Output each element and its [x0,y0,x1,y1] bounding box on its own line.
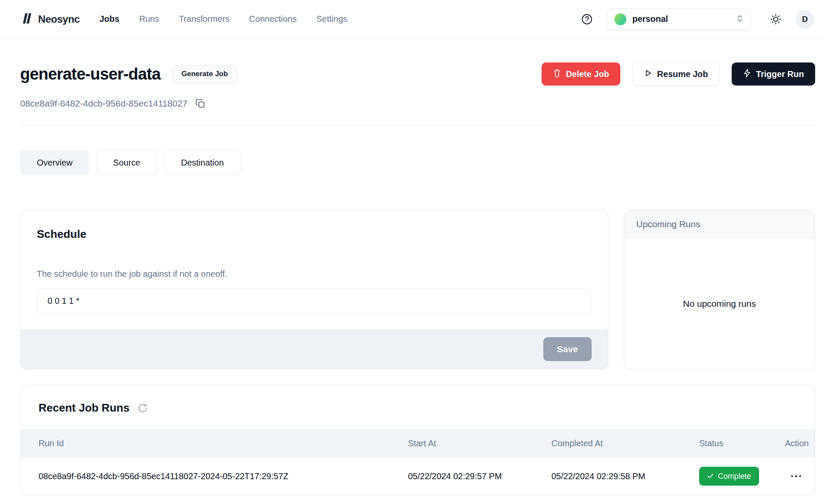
runs-table-header: Run Id Start At Completed At Status Acti… [21,429,815,457]
upcoming-runs-card: Upcoming Runs No upcoming runs [624,210,815,369]
refresh-icon[interactable] [137,403,148,414]
upcoming-runs-title: Upcoming Runs [624,210,815,238]
tab-destination[interactable]: Destination [164,150,241,175]
column-completed-at: Completed At [551,439,699,448]
page-header: generate-user-data Generate Job Delete J… [20,62,815,86]
table-row[interactable]: 08ce8a9f-6482-4dcb-956d-85ec14118027-202… [21,457,815,495]
recent-job-runs-title: Recent Job Runs [39,401,129,415]
recent-job-runs-header: Recent Job Runs [21,385,815,429]
help-icon[interactable] [581,13,593,26]
theme-toggle-sun-icon[interactable] [770,13,782,25]
schedule-description: The schedule to run the job against if n… [37,269,592,279]
top-navigation-bar: Neosync Jobs Runs Transformers Connectio… [0,0,822,39]
job-id: 08ce8a9f-6482-4dcb-956d-85ec14118027 [20,98,188,109]
copy-icon[interactable] [195,98,206,109]
neosync-logo-icon [20,12,33,27]
header-actions: Delete Job Resume Job Trigger Run [542,62,815,86]
delete-job-button[interactable]: Delete Job [542,62,620,86]
column-action: Action [768,439,809,448]
brand-name: Neosync [38,13,80,25]
chevron-up-down-icon [736,14,744,25]
tab-overview[interactable]: Overview [20,150,89,175]
run-id-cell[interactable]: 08ce8a9f-6482-4dcb-956d-85ec14118027-202… [39,471,408,481]
schedule-card: Schedule The schedule to run the job aga… [20,210,608,369]
user-avatar-initial: D [802,15,808,24]
trash-icon [553,68,561,80]
page-content: generate-user-data Generate Job Delete J… [0,62,822,495]
delete-job-label: Delete Job [566,69,609,79]
lightning-icon [743,68,751,80]
row-actions-menu-icon[interactable] [768,475,809,477]
check-icon [707,472,714,481]
schedule-title: Schedule [37,228,592,241]
job-tabs: Overview Source Destination [20,150,815,175]
play-icon [644,69,652,80]
job-id-row: 08ce8a9f-6482-4dcb-956d-85ec14118027 [20,98,815,109]
trigger-run-label: Trigger Run [756,69,804,79]
page-title: generate-user-data [20,65,161,83]
column-run-id: Run Id [39,439,408,448]
overview-cards: Schedule The schedule to run the job aga… [20,210,815,369]
start-at-cell: 05/22/2024 02:29:57 PM [408,471,551,481]
nav-links: Jobs Runs Transformers Connections Setti… [99,14,347,24]
nav-item-runs[interactable]: Runs [139,14,159,24]
resume-job-label: Resume Job [657,69,708,79]
recent-job-runs-card: Recent Job Runs Run Id Start At Complete… [20,385,815,495]
column-start-at: Start At [408,439,551,448]
save-button[interactable]: Save [543,337,592,361]
schedule-card-body: Schedule The schedule to run the job aga… [21,210,608,329]
nav-item-settings[interactable]: Settings [316,14,347,24]
user-avatar[interactable]: D [795,10,814,29]
job-type-badge: Generate Job [173,65,237,83]
nav-item-transformers[interactable]: Transformers [179,14,229,24]
status-label: Complete [718,472,751,481]
schedule-card-footer: Save [21,329,608,369]
completed-at-cell: 05/22/2024 02:29:58 PM [551,471,699,481]
account-name: personal [632,14,730,24]
status-cell: Complete [699,467,768,486]
account-selector[interactable]: personal [607,8,751,30]
tab-source[interactable]: Source [96,150,157,175]
nav-item-jobs[interactable]: Jobs [99,14,119,24]
header-divider [20,125,815,125]
status-badge: Complete [699,467,759,486]
resume-job-button[interactable]: Resume Job [632,62,720,86]
nav-item-connections[interactable]: Connections [249,14,297,24]
cron-schedule-input[interactable] [37,288,592,313]
account-avatar-icon [614,13,626,25]
upcoming-runs-empty-state: No upcoming runs [624,238,815,369]
brand[interactable]: Neosync [20,12,80,27]
column-status: Status [699,439,768,448]
trigger-run-button[interactable]: Trigger Run [732,62,815,86]
